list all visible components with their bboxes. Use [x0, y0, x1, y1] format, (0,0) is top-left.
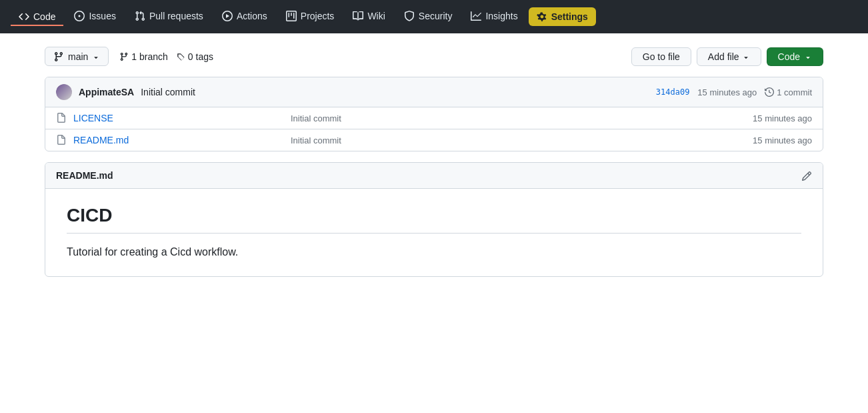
- nav-label-security: Security: [419, 11, 453, 21]
- tags-count-link[interactable]: 0 tags: [176, 51, 213, 62]
- wiki-icon: [353, 11, 363, 21]
- commit-count-link[interactable]: 1 commit: [765, 87, 812, 97]
- file-time-1: 15 minutes ago: [725, 135, 812, 145]
- file-time-0: 15 minutes ago: [725, 113, 812, 123]
- branch-meta: 1 branch 0 tags: [119, 51, 213, 62]
- nav-item-settings[interactable]: Settings: [529, 7, 596, 26]
- nav-item-projects[interactable]: Projects: [278, 7, 343, 27]
- commit-row: AppimateSA Initial commit 314da09 15 min…: [45, 77, 823, 107]
- file-name-0[interactable]: LICENSE: [73, 113, 291, 123]
- readme-title: README.md: [56, 170, 113, 181]
- file-icon: [56, 135, 67, 145]
- nav-item-code[interactable]: Code: [11, 7, 63, 26]
- file-commit-0: Initial commit: [291, 113, 725, 123]
- nav-item-pull-requests[interactable]: Pull requests: [127, 7, 211, 27]
- nav-item-actions[interactable]: Actions: [214, 7, 275, 27]
- branch-right: Go to file Add file Code: [631, 47, 823, 66]
- commit-time: 15 minutes ago: [697, 87, 757, 97]
- commit-message: Initial commit: [141, 87, 195, 97]
- nav-label-wiki: Wiki: [367, 11, 385, 21]
- main-content: main 1 branch 0: [34, 33, 834, 290]
- nav-item-security[interactable]: Security: [396, 7, 461, 27]
- branch-name: main: [68, 51, 88, 62]
- chevron-down-icon-code: [804, 51, 812, 62]
- nav-label-insights: Insights: [485, 11, 517, 21]
- nav-label-code: Code: [33, 11, 55, 22]
- branch-count-link[interactable]: 1 branch: [119, 51, 167, 62]
- table-row: LICENSE Initial commit 15 minutes ago: [45, 107, 823, 129]
- commit-left: AppimateSA Initial commit: [56, 84, 195, 100]
- shield-icon: [404, 11, 415, 21]
- code-label: Code: [778, 51, 800, 62]
- pr-icon: [135, 11, 145, 21]
- branch-bar: main 1 branch 0: [45, 47, 823, 66]
- insights-icon: [471, 11, 481, 21]
- nav-item-insights[interactable]: Insights: [463, 7, 525, 27]
- nav-label-pull-requests: Pull requests: [149, 11, 203, 21]
- chevron-down-icon: [92, 51, 100, 62]
- file-icon: [56, 113, 67, 123]
- go-to-file-button[interactable]: Go to file: [631, 47, 691, 66]
- commit-right: 314da09 15 minutes ago 1 commit: [656, 87, 812, 97]
- avatar: [56, 84, 72, 100]
- projects-icon: [286, 11, 297, 21]
- edit-icon[interactable]: [801, 169, 812, 181]
- readme-header: README.md: [45, 163, 823, 188]
- branch-icon: [53, 51, 64, 62]
- nav-item-wiki[interactable]: Wiki: [345, 7, 393, 27]
- circle-icon: [74, 11, 85, 21]
- tags-count-text: 0 tags: [188, 51, 213, 62]
- commit-count: 1 commit: [777, 87, 812, 97]
- readme-heading: CICD: [67, 205, 801, 234]
- top-nav: Code Issues Pull requests Actions: [0, 0, 868, 33]
- add-file-button[interactable]: Add file: [697, 47, 761, 66]
- nav-label-issues: Issues: [89, 11, 115, 21]
- commit-hash[interactable]: 314da09: [656, 87, 690, 97]
- add-file-label: Add file: [708, 51, 739, 62]
- table-row: README.md Initial commit 15 minutes ago: [45, 129, 823, 151]
- nav-label-settings: Settings: [551, 11, 588, 22]
- branch-count-text: 1 branch: [131, 51, 167, 62]
- code-icon: [19, 11, 29, 22]
- code-button[interactable]: Code: [767, 47, 823, 66]
- readme-body: CICD Tutorial for creating a Cicd workfl…: [45, 189, 823, 276]
- readme-paragraph: Tutorial for creating a Cicd workflow.: [67, 244, 801, 260]
- file-commit-1: Initial commit: [291, 135, 725, 145]
- repo-file-box: AppimateSA Initial commit 314da09 15 min…: [45, 77, 823, 151]
- nav-item-issues[interactable]: Issues: [66, 7, 123, 27]
- nav-label-projects: Projects: [301, 11, 335, 21]
- gear-icon: [537, 11, 547, 22]
- branch-selector-button[interactable]: main: [45, 47, 109, 66]
- nav-label-actions: Actions: [237, 11, 267, 21]
- branch-left: main 1 branch 0: [45, 47, 213, 66]
- file-name-1[interactable]: README.md: [73, 135, 291, 145]
- chevron-down-icon-add: [742, 51, 750, 62]
- play-icon: [222, 11, 233, 21]
- readme-box: README.md CICD Tutorial for creating a C…: [45, 162, 823, 276]
- commit-author[interactable]: AppimateSA: [79, 87, 134, 97]
